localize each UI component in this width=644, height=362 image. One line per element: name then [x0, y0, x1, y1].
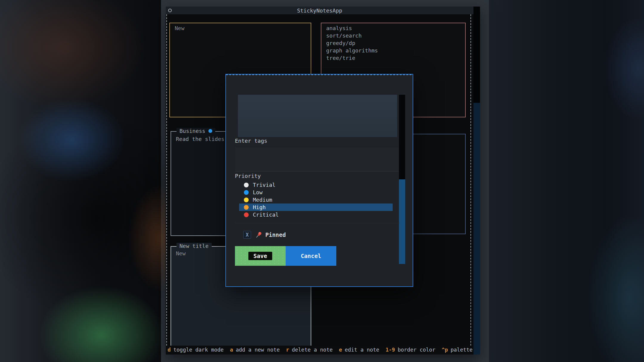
- priority-dot-icon: [244, 205, 249, 210]
- key-hint: ^p: [442, 347, 448, 353]
- save-button[interactable]: Save: [235, 246, 286, 266]
- note-body-textarea[interactable]: [238, 95, 397, 137]
- note-content-line: greedy/dp: [321, 39, 465, 47]
- pinned-row: X Pinned: [226, 231, 413, 240]
- cancel-button-label: Cancel: [301, 253, 321, 259]
- statusbar-hint-delete-note: rdelete a note: [286, 347, 333, 353]
- priority-option-trivial[interactable]: Trivial: [239, 181, 393, 189]
- statusbar-hint-border-color: 1-9border color: [386, 347, 435, 353]
- titlebar: StickyNotesApp: [166, 7, 480, 14]
- statusbar-hint-palette: ^ppalette: [442, 347, 473, 353]
- note-content-line: analysis: [321, 24, 465, 32]
- note-content-line: New: [170, 24, 311, 32]
- key-hint-label: border color: [398, 347, 435, 353]
- priority-dot-icon: [244, 190, 249, 195]
- priority-option-label: Low: [253, 189, 263, 195]
- priority-label: Priority: [235, 173, 261, 179]
- modal-scrollbar-track[interactable]: [399, 95, 405, 179]
- priority-list: Trivial Low Medium High Critical: [239, 181, 393, 218]
- note-content-line: graph algorithms: [321, 47, 465, 54]
- window-title: StickyNotesApp: [166, 7, 473, 14]
- note-content-line: sort/search: [321, 32, 465, 39]
- priority-option-label: Critical: [253, 212, 279, 218]
- backdrop-right-glow: [489, 0, 644, 362]
- save-button-label: Save: [248, 252, 272, 260]
- pinned-checkbox[interactable]: X: [243, 231, 251, 239]
- key-hint-label: palette: [451, 347, 473, 353]
- priority-option-high-selected[interactable]: High: [239, 203, 393, 211]
- key-hint-label: edit a note: [345, 347, 379, 353]
- app-scrollbar-thumb[interactable]: [473, 7, 480, 103]
- priority-option-label: High: [253, 204, 266, 210]
- note-title-text: New title: [179, 243, 209, 249]
- desktop-background: StickyNotesApp New analysis sort/search …: [0, 0, 644, 362]
- canvas-right-dashed-border: [470, 14, 471, 346]
- statusbar-hint-add-note: aadd a new note: [230, 347, 280, 353]
- note-content-line: tree/trie: [321, 54, 465, 62]
- priority-dot-icon: [244, 212, 249, 217]
- priority-dot-icon: [244, 198, 249, 202]
- priority-dot-icon: [244, 183, 249, 187]
- canvas-left-dashed-border: [166, 14, 167, 346]
- priority-option-low[interactable]: Low: [239, 189, 393, 196]
- key-hint-label: toggle dark mode: [174, 347, 224, 353]
- key-hint: d: [168, 347, 171, 353]
- key-hint: e: [339, 347, 342, 353]
- key-hint-label: delete a note: [292, 347, 333, 353]
- modal-divider: [235, 223, 400, 223]
- key-hint-label: add a new note: [236, 347, 280, 353]
- priority-option-label: Trivial: [253, 182, 275, 188]
- pinned-label: Pinned: [265, 232, 286, 238]
- priority-dot-icon: [208, 129, 212, 133]
- window-circle-icon[interactable]: [168, 9, 172, 12]
- priority-option-label: Medium: [253, 197, 272, 203]
- app-scrollbar[interactable]: [473, 7, 480, 355]
- statusbar: dtoggle dark mode aadd a new note rdelet…: [166, 346, 473, 354]
- edit-note-modal: Enter tags Priority Trivial Low Medium: [225, 74, 413, 287]
- app-window: StickyNotesApp New analysis sort/search …: [166, 7, 480, 355]
- statusbar-hint-dark-mode: dtoggle dark mode: [168, 347, 224, 353]
- note-title: New title: [177, 243, 212, 249]
- key-hint: a: [230, 347, 233, 353]
- note-title: Business: [177, 128, 215, 134]
- tags-input[interactable]: [235, 147, 399, 172]
- statusbar-hint-edit-note: eedit a note: [339, 347, 379, 353]
- priority-option-critical[interactable]: Critical: [239, 211, 393, 218]
- priority-option-medium[interactable]: Medium: [239, 196, 393, 203]
- pushpin-icon: [255, 231, 262, 238]
- modal-scrollbar-thumb[interactable]: [399, 179, 405, 264]
- backdrop-left-glow: [0, 0, 161, 362]
- modal-buttons: Save Cancel: [235, 246, 336, 266]
- key-hint: r: [286, 347, 289, 353]
- note-title-text: Business: [179, 128, 205, 134]
- tags-label: Enter tags: [235, 138, 267, 144]
- key-hint: 1-9: [386, 347, 395, 353]
- cancel-button[interactable]: Cancel: [286, 246, 336, 266]
